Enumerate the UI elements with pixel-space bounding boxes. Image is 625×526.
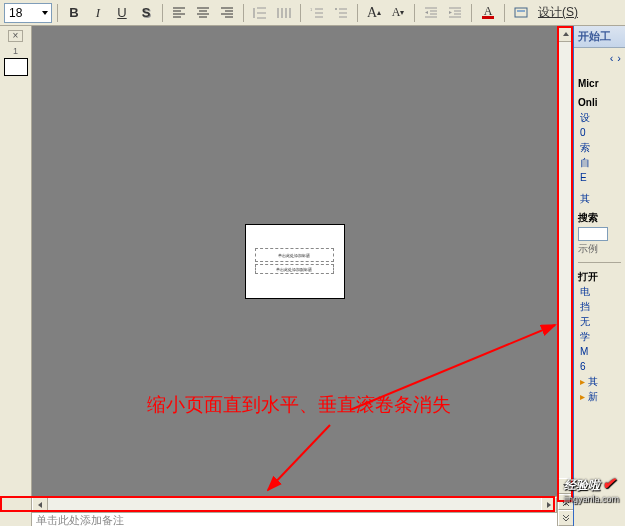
font-color-button[interactable]: A [477,2,499,24]
search-input[interactable] [578,227,608,241]
example-label: 示例 [578,241,621,256]
toolbar-separator [300,4,301,22]
slide-edit-area: 单击此处添加标题 单击此处添加副标题 单击此处添加备注 [32,26,557,526]
recent-file-link[interactable]: 学 [580,329,621,344]
align-center-button[interactable] [192,2,214,24]
scroll-down-button[interactable] [558,478,574,494]
subtitle-placeholder[interactable]: 单击此处添加副标题 [255,264,333,274]
slide[interactable]: 单击此处添加标题 单击此处添加副标题 [245,224,345,299]
scroll-up-button[interactable] [558,26,574,42]
task-back-button[interactable]: ‹ [610,52,614,64]
recent-file-link[interactable]: M [580,344,621,359]
align-right-button[interactable] [216,2,238,24]
next-slide-button[interactable] [558,510,574,526]
scrollbar-track[interactable] [558,42,573,478]
toolbar-separator [471,4,472,22]
notes-pane[interactable]: 单击此处添加备注 [32,512,557,526]
svg-text:1: 1 [310,7,313,12]
font-size-select[interactable]: 18 [4,3,52,23]
underline-button[interactable]: U [111,2,133,24]
task-link[interactable]: 索 [580,140,621,155]
toolbar-separator [57,4,58,22]
task-link[interactable]: E [580,170,621,185]
recent-file-link[interactable]: 挡 [580,299,621,314]
recent-file-link[interactable]: 6 [580,359,621,374]
office-online-heading: Micr [578,76,621,91]
task-link[interactable]: 其 [580,191,621,206]
shadow-button[interactable]: S [135,2,157,24]
task-link[interactable]: 0 [580,125,621,140]
bullet-list-button[interactable] [330,2,352,24]
decrease-font-button[interactable]: A▾ [387,2,409,24]
toolbar-separator [414,4,415,22]
horizontal-scrollbar[interactable] [32,496,557,512]
scrollbar-track[interactable] [48,497,541,512]
vertical-scrollbar[interactable] [557,26,573,526]
slide-number: 1 [0,46,31,56]
task-pane: 开始工 ‹ › Micr Onli 设 0 索 自 E 其 搜索 示例 打开 电… [573,26,625,526]
scroll-left-button[interactable] [32,497,48,513]
svg-point-1 [335,8,337,10]
design-button[interactable]: 设计(S) [534,4,582,21]
open-label: 打开 [578,269,621,284]
slide-canvas[interactable]: 单击此处添加标题 单击此处添加副标题 [32,26,557,496]
slide-thumbnail[interactable] [4,58,28,76]
svg-rect-3 [517,10,525,12]
bold-button[interactable]: B [63,2,85,24]
task-separator [578,262,621,263]
svg-rect-2 [515,8,527,17]
title-placeholder[interactable]: 单击此处添加标题 [255,248,333,262]
font-size-value: 18 [9,6,22,20]
new-presentation-link[interactable]: 新 [580,389,621,404]
line-spacing-button[interactable] [249,2,271,24]
search-label: 搜索 [578,210,621,225]
task-link[interactable]: 自 [580,155,621,170]
recent-file-link[interactable]: 电 [580,284,621,299]
toolbar-separator [504,4,505,22]
task-link[interactable]: 设 [580,110,621,125]
increase-font-button[interactable]: A▴ [363,2,385,24]
panel-close-button[interactable]: × [8,30,23,42]
slide-thumbnail-panel: × 1 [0,26,32,526]
numbered-list-button[interactable]: 1 [306,2,328,24]
decrease-indent-button[interactable] [420,2,442,24]
scroll-right-button[interactable] [541,497,557,513]
columns-button[interactable] [273,2,295,24]
toolbar-separator [243,4,244,22]
align-left-button[interactable] [168,2,190,24]
increase-indent-button[interactable] [444,2,466,24]
italic-button[interactable]: I [87,2,109,24]
task-pane-title: 开始工 [578,29,611,44]
task-pane-header: 开始工 [574,26,625,48]
toolbar-separator [162,4,163,22]
formatting-toolbar: 18 B I U S 1 A▴ A▾ A [0,0,625,26]
more-files-link[interactable]: 其 [580,374,621,389]
task-pane-body: Micr Onli 设 0 索 自 E 其 搜索 示例 打开 电 挡 无 学 M… [574,68,625,408]
task-forward-button[interactable]: › [617,52,621,64]
prev-slide-button[interactable] [558,494,574,510]
font-color-swatch [482,16,494,19]
design-dropdown-icon[interactable] [510,2,532,24]
toolbar-separator [357,4,358,22]
recent-file-link[interactable]: 无 [580,314,621,329]
